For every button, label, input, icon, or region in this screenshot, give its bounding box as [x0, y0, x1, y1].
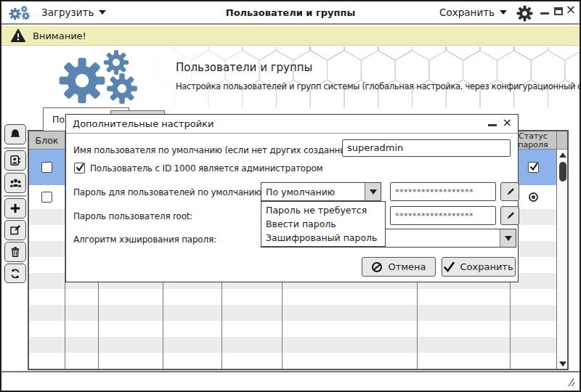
toolbar-separator	[4, 147, 26, 149]
groups-button[interactable]	[4, 173, 26, 193]
combo-arrow-button[interactable]	[500, 229, 516, 247]
dropdown-option[interactable]: Пароль не требуется	[261, 203, 385, 217]
table-empty-row	[29, 353, 556, 369]
maximize-button[interactable]	[554, 7, 563, 15]
save-menu-label: Сохранить	[439, 7, 495, 18]
column-header-block[interactable]: Блок	[29, 135, 65, 146]
chevron-down-icon	[370, 189, 377, 195]
dialog-save-button[interactable]: Сохранить	[442, 257, 516, 277]
block-checkbox-row2[interactable]	[41, 192, 52, 203]
table-empty-row	[29, 369, 556, 370]
save-menu-button[interactable]: Сохранить	[439, 7, 507, 18]
app-window: Загрузить Пользователи и группы Сохранит…	[0, 0, 581, 392]
check-icon	[75, 162, 86, 173]
scrollbar-thumb[interactable]	[559, 162, 566, 181]
window-title: Пользователи и группы	[226, 7, 355, 18]
edit-default-password-button[interactable]	[500, 182, 519, 201]
admin-checkbox-label: Пользователь с ID 1000 является админист…	[90, 163, 322, 173]
resize-grip[interactable]	[564, 377, 575, 387]
scroll-up-button[interactable]	[557, 150, 569, 160]
toolbar-separator	[4, 195, 26, 197]
address-book-button[interactable]	[4, 150, 26, 171]
page-subtitle: Настройка пользователей и групп системы …	[176, 81, 580, 91]
refresh-button[interactable]	[4, 264, 26, 283]
cancel-label: Отмена	[388, 261, 426, 272]
table-empty-row	[29, 337, 556, 353]
admin-checkbox[interactable]	[74, 163, 85, 173]
pencil-icon	[505, 187, 516, 197]
load-menu-button[interactable]: Загрузить	[41, 7, 106, 18]
table-vertical-scrollbar[interactable]	[557, 150, 569, 369]
password-status-checkbox-row1[interactable]	[528, 162, 539, 173]
password-status-radio-row2[interactable]	[529, 192, 538, 202]
table-empty-row	[29, 289, 556, 305]
password-mode-select[interactable]: По умолчанию	[261, 182, 381, 201]
dialog-minimize-button[interactable]	[488, 124, 497, 126]
cancel-icon	[371, 261, 383, 273]
check-icon	[529, 161, 540, 172]
block-checkbox-row1[interactable]	[41, 162, 52, 173]
caret-down-icon	[500, 10, 507, 15]
contact-card-icon	[9, 155, 21, 166]
password-mode-value: По умолчанию	[266, 187, 335, 197]
titlebar: Загрузить Пользователи и группы Сохранит…	[1, 1, 580, 25]
dialog-save-label: Сохранить	[460, 261, 513, 272]
cancel-button[interactable]: Отмена	[362, 257, 436, 277]
default-password-label: Пароль для пользователей по умолчанию:	[73, 187, 264, 197]
combo-arrow-button[interactable]	[365, 183, 381, 200]
close-button[interactable]: ×	[566, 4, 576, 16]
default-password-input[interactable]: ******************	[390, 182, 496, 201]
plus-icon	[9, 203, 21, 214]
edit-icon	[9, 224, 21, 236]
users-groups-logo-icon	[58, 49, 145, 106]
dropdown-option[interactable]: Ввести пароль	[261, 217, 385, 231]
edit-root-password-button[interactable]	[500, 206, 519, 225]
username-input[interactable]: superadmin	[342, 139, 511, 157]
page-header: Пользователи и группы Настройка пользова…	[1, 46, 580, 107]
refresh-icon	[9, 268, 21, 279]
trash-icon	[9, 246, 21, 258]
dropdown-option[interactable]: Зашифрованый пароль	[261, 231, 385, 245]
bell-icon	[9, 128, 21, 140]
triangle-up-icon	[559, 152, 566, 158]
triangle-down-icon	[559, 362, 566, 367]
warning-icon	[10, 28, 26, 43]
load-menu-label: Загрузить	[41, 7, 94, 18]
delete-button[interactable]	[4, 242, 26, 262]
dialog-close-button[interactable]: ×	[503, 117, 512, 128]
root-password-input[interactable]: ******************	[390, 206, 496, 225]
caret-down-icon	[99, 10, 106, 15]
app-logo-gears-icon	[9, 4, 32, 23]
scroll-down-button[interactable]	[557, 359, 569, 369]
page-title: Пользователи и группы	[176, 61, 312, 74]
hex-pattern-fade	[145, 46, 290, 107]
chevron-down-icon	[505, 236, 512, 241]
warning-text: Внимание!	[33, 30, 86, 41]
users-group-icon	[9, 177, 22, 189]
dialog-title: Дополнительные настройки	[73, 118, 214, 129]
table-empty-row	[29, 305, 556, 321]
settings-gear-icon[interactable]	[516, 5, 533, 22]
username-label: Имя пользователя по умолчанию (если нет …	[73, 145, 358, 155]
hash-algorithm-label: Алгоритм хэширования пароля:	[73, 234, 216, 245]
edit-button[interactable]	[4, 220, 26, 240]
password-mode-dropdown-list: Пароль не требуется Ввести пароль Зашифр…	[261, 201, 386, 247]
add-button[interactable]	[4, 198, 26, 219]
minimize-button[interactable]	[540, 12, 549, 15]
warning-banner: Внимание!	[1, 26, 580, 46]
pencil-icon	[505, 211, 516, 221]
check-icon	[444, 262, 455, 272]
table-empty-row	[29, 321, 556, 337]
additional-settings-dialog: Дополнительные настройки × Имя пользоват…	[65, 114, 519, 282]
root-password-label: Пароль пользователя root:	[73, 211, 192, 221]
status-bar	[1, 371, 580, 391]
bell-button[interactable]	[4, 124, 26, 144]
dialog-titlebar: Дополнительные настройки ×	[66, 115, 518, 134]
